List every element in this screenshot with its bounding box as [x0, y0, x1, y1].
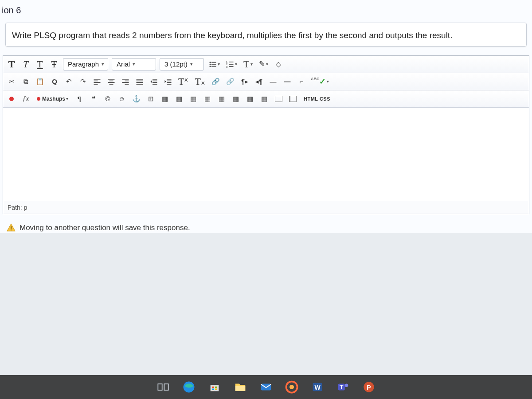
windows-taskbar: W T P: [0, 375, 532, 399]
question-card: Write PLSQ program that reads 2 numbers …: [5, 23, 527, 47]
teams-app-button[interactable]: T: [335, 379, 351, 395]
subscript-button[interactable]: Tₓ: [192, 75, 207, 88]
align-center-button[interactable]: [105, 75, 117, 88]
chevron-down-icon: ▾: [102, 61, 104, 67]
insert-link-button[interactable]: 🔗: [209, 75, 222, 88]
bold-button[interactable]: T: [5, 58, 18, 70]
find-replace-button[interactable]: Q: [48, 75, 61, 88]
outdent-icon: [150, 78, 158, 86]
check-icon: ✓: [319, 77, 326, 86]
chevron-down-icon: ▾: [327, 79, 329, 84]
remove-link-button[interactable]: 🔗: [224, 75, 237, 88]
svg-rect-27: [137, 84, 143, 85]
table-cell-props-button[interactable]: ▦: [173, 93, 185, 105]
emoticons-button[interactable]: ☺: [116, 93, 128, 105]
ltr-button[interactable]: ¶▸: [239, 75, 251, 88]
insert-table-button[interactable]: ⊞: [145, 93, 157, 105]
hr-thick-button[interactable]: —: [281, 75, 293, 88]
delete-row-button[interactable]: ▦: [215, 93, 228, 105]
svg-rect-1: [211, 62, 216, 63]
show-blocks-button[interactable]: ¶: [73, 93, 86, 105]
row-before-icon: ▦: [190, 95, 196, 103]
table-row-icon: ▦: [162, 95, 168, 103]
microsoft-store-button[interactable]: [207, 379, 223, 395]
powerpoint-app-button[interactable]: P: [361, 379, 377, 395]
align-left-button[interactable]: [91, 75, 103, 88]
align-center-icon: [107, 78, 115, 86]
font-size-label: 3 (12pt): [164, 60, 188, 68]
copy-button[interactable]: ⧉: [20, 75, 32, 88]
text-color-button[interactable]: T ▾: [241, 58, 254, 70]
scissors-icon: ✂: [9, 78, 15, 86]
edge-browser-button[interactable]: [181, 379, 197, 395]
paragraph-format-select[interactable]: Paragraph ▾: [63, 58, 108, 70]
outdent-button[interactable]: [148, 75, 160, 88]
spellcheck-button[interactable]: ABC ✓ ▾: [309, 75, 331, 88]
word-app-button[interactable]: W: [309, 379, 325, 395]
mail-app-button[interactable]: [258, 379, 274, 395]
strikethrough-button[interactable]: Ŧ: [48, 58, 60, 70]
paragraph-format-label: Paragraph: [68, 60, 99, 68]
hr-thin-button[interactable]: —: [267, 75, 279, 88]
delete-col-button[interactable]: ▦: [258, 93, 270, 105]
font-family-label: Arial: [117, 60, 130, 68]
insert-col-before-button[interactable]: ▦: [230, 93, 242, 105]
rtl-button[interactable]: ◂¶: [253, 75, 265, 88]
insert-row-before-button[interactable]: ▦: [187, 93, 200, 105]
redo-button[interactable]: ↷: [77, 75, 89, 88]
split-cells-button[interactable]: [286, 93, 299, 105]
col-after-icon: ▦: [247, 95, 253, 103]
underline-button[interactable]: T: [34, 58, 46, 70]
highlight-color-button[interactable]: ✎ ▾: [257, 58, 270, 70]
record-button[interactable]: [5, 93, 18, 105]
line-icon: —: [270, 78, 276, 85]
superscript-button[interactable]: Tˣ: [176, 75, 191, 88]
italic-button[interactable]: T: [20, 58, 32, 70]
svg-rect-38: [158, 384, 162, 390]
svg-rect-34: [167, 82, 172, 83]
svg-rect-22: [122, 82, 129, 83]
insert-col-after-button[interactable]: ▦: [244, 93, 256, 105]
anchor-button[interactable]: ⚓: [130, 93, 143, 105]
table-row-props-button[interactable]: ▦: [159, 93, 171, 105]
remove-formatting-button[interactable]: ◇: [272, 58, 285, 70]
paste-button[interactable]: 📋: [34, 75, 47, 88]
nonbreaking-space-button[interactable]: ⌐: [295, 75, 308, 88]
quote-icon: ❝: [92, 95, 95, 103]
align-right-button[interactable]: [119, 75, 132, 88]
svg-rect-12: [94, 79, 101, 80]
html-css-button[interactable]: HTML CSS: [301, 93, 333, 105]
merge-icon: [275, 96, 282, 102]
editor-content-area[interactable]: [3, 108, 529, 201]
bullet-list-button[interactable]: ▾: [207, 58, 222, 70]
cut-button[interactable]: ✂: [5, 75, 18, 88]
insert-symbol-button[interactable]: ©: [102, 93, 114, 105]
blockquote-button[interactable]: ❝: [87, 93, 100, 105]
smiley-icon: ☺: [118, 95, 125, 102]
file-explorer-button[interactable]: [232, 379, 248, 395]
toolbar-row-1: T T T Ŧ Paragraph ▾ Arial ▾ 3 (12pt) ▾ ▾…: [3, 56, 529, 73]
browser-button[interactable]: [284, 379, 300, 395]
merge-cells-button[interactable]: [272, 93, 285, 105]
svg-text:W: W: [314, 384, 321, 391]
undo-button[interactable]: ↶: [63, 75, 75, 88]
font-size-select[interactable]: 3 (12pt) ▾: [160, 58, 204, 70]
numbered-list-button[interactable]: 123 ▾: [224, 58, 239, 70]
insert-row-after-button[interactable]: ▦: [201, 93, 214, 105]
svg-rect-42: [212, 387, 214, 388]
abc-label: ABC: [311, 77, 320, 81]
svg-rect-30: [153, 82, 157, 83]
copy-icon: ⧉: [23, 78, 28, 86]
font-family-select[interactable]: Arial ▾: [112, 58, 156, 70]
svg-rect-32: [167, 79, 172, 80]
mashups-button[interactable]: Mashups ▾: [34, 93, 71, 105]
indent-button[interactable]: [162, 75, 174, 88]
align-justify-button[interactable]: [133, 75, 146, 88]
math-fx-button[interactable]: ƒx: [20, 93, 32, 105]
task-view-button[interactable]: [155, 379, 171, 395]
svg-rect-23: [125, 84, 129, 85]
svg-rect-39: [164, 384, 168, 390]
link-icon: 🔗: [211, 78, 220, 86]
indent-icon: [164, 78, 172, 86]
col-before-icon: ▦: [233, 95, 239, 103]
